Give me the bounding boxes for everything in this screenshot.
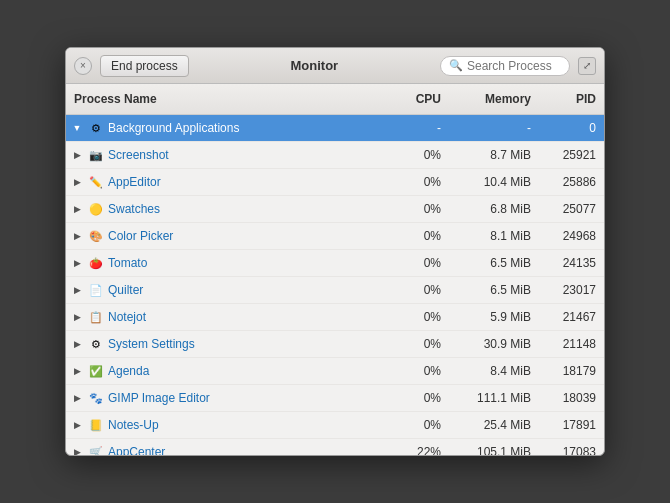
cpu-value: 0% xyxy=(379,197,449,221)
cpu-value: 0% xyxy=(379,278,449,302)
expand-arrow[interactable]: ▶ xyxy=(70,364,84,378)
expand-arrow[interactable]: ▶ xyxy=(70,283,84,297)
expand-arrow[interactable]: ▶ xyxy=(70,202,84,216)
pid-value: 21467 xyxy=(539,305,604,329)
memory-value: 8.1 MiB xyxy=(449,224,539,248)
search-icon: 🔍 xyxy=(449,59,463,72)
table-row[interactable]: ▶🟡Swatches0%6.8 MiB25077 xyxy=(66,196,604,223)
expand-arrow[interactable]: ▶ xyxy=(70,337,84,351)
process-name-label[interactable]: Screenshot xyxy=(108,148,169,162)
expand-arrow[interactable]: ▶ xyxy=(70,256,84,270)
pid-value: 24135 xyxy=(539,251,604,275)
table-row[interactable]: ▶📒Notes-Up0%25.4 MiB17891 xyxy=(66,412,604,439)
process-table: ▼⚙Background Applications--0▶📷Screenshot… xyxy=(66,115,604,455)
process-cell: ▶📄Quilter xyxy=(66,277,379,303)
main-window: × End process Monitor 🔍 ⤢ Process Name C… xyxy=(65,47,605,456)
table-row[interactable]: ▶🎨Color Picker0%8.1 MiB24968 xyxy=(66,223,604,250)
table-header: Process Name CPU Memory PID xyxy=(66,84,604,115)
process-name-label[interactable]: Notes-Up xyxy=(108,418,159,432)
process-name-label[interactable]: Background Applications xyxy=(108,121,239,135)
pid-value: 23017 xyxy=(539,278,604,302)
process-icon: ✏️ xyxy=(88,174,104,190)
process-icon: ⚙ xyxy=(88,120,104,136)
titlebar: × End process Monitor 🔍 ⤢ xyxy=(66,48,604,84)
process-cell: ▶📒Notes-Up xyxy=(66,412,379,438)
process-name-label[interactable]: Tomato xyxy=(108,256,147,270)
table-row[interactable]: ▶🛒AppCenter22%105.1 MiB17083 xyxy=(66,439,604,455)
cpu-value: 0% xyxy=(379,251,449,275)
process-name-label[interactable]: AppEditor xyxy=(108,175,161,189)
close-button[interactable]: × xyxy=(74,57,92,75)
process-name-label[interactable]: Quilter xyxy=(108,283,143,297)
table-row[interactable]: ▶⚙System Settings0%30.9 MiB21148 xyxy=(66,331,604,358)
memory-value: - xyxy=(449,116,539,140)
pid-value: 18039 xyxy=(539,386,604,410)
memory-value: 8.4 MiB xyxy=(449,359,539,383)
table-row[interactable]: ▼⚙Background Applications--0 xyxy=(66,115,604,142)
table-row[interactable]: ▶🐾GIMP Image Editor0%111.1 MiB18039 xyxy=(66,385,604,412)
process-cell: ▼⚙Background Applications xyxy=(66,115,379,141)
expand-arrow[interactable]: ▶ xyxy=(70,229,84,243)
process-icon: 🛒 xyxy=(88,444,104,455)
process-cell: ▶📷Screenshot xyxy=(66,142,379,168)
cpu-value: 0% xyxy=(379,386,449,410)
memory-value: 5.9 MiB xyxy=(449,305,539,329)
expand-arrow[interactable]: ▶ xyxy=(70,148,84,162)
process-name-label[interactable]: System Settings xyxy=(108,337,195,351)
process-name-label[interactable]: Swatches xyxy=(108,202,160,216)
process-icon: ⚙ xyxy=(88,336,104,352)
process-icon: 📷 xyxy=(88,147,104,163)
expand-button[interactable]: ⤢ xyxy=(578,57,596,75)
pid-value: 18179 xyxy=(539,359,604,383)
pid-value: 25921 xyxy=(539,143,604,167)
memory-value: 10.4 MiB xyxy=(449,170,539,194)
process-name-label[interactable]: Notejot xyxy=(108,310,146,324)
pid-value: 0 xyxy=(539,116,604,140)
expand-arrow[interactable]: ▼ xyxy=(70,121,84,135)
pid-value: 17891 xyxy=(539,413,604,437)
expand-arrow[interactable]: ▶ xyxy=(70,310,84,324)
expand-arrow[interactable]: ▶ xyxy=(70,391,84,405)
cpu-value: 0% xyxy=(379,143,449,167)
table-row[interactable]: ▶🍅Tomato0%6.5 MiB24135 xyxy=(66,250,604,277)
expand-arrow[interactable]: ▶ xyxy=(70,175,84,189)
cpu-value: 22% xyxy=(379,440,449,455)
table-row[interactable]: ▶📄Quilter0%6.5 MiB23017 xyxy=(66,277,604,304)
process-name-label[interactable]: Color Picker xyxy=(108,229,173,243)
table-row[interactable]: ▶📷Screenshot0%8.7 MiB25921 xyxy=(66,142,604,169)
cpu-value: 0% xyxy=(379,413,449,437)
memory-value: 111.1 MiB xyxy=(449,386,539,410)
process-cell: ▶✅Agenda xyxy=(66,358,379,384)
search-box[interactable]: 🔍 xyxy=(440,56,570,76)
process-icon: 🍅 xyxy=(88,255,104,271)
table-row[interactable]: ▶📋Notejot0%5.9 MiB21467 xyxy=(66,304,604,331)
pid-value: 24968 xyxy=(539,224,604,248)
cpu-value: 0% xyxy=(379,305,449,329)
header-memory: Memory xyxy=(449,88,539,110)
expand-arrow[interactable]: ▶ xyxy=(70,418,84,432)
expand-arrow[interactable]: ▶ xyxy=(70,445,84,455)
process-cell: ▶⚙System Settings xyxy=(66,331,379,357)
memory-value: 105.1 MiB xyxy=(449,440,539,455)
search-input[interactable] xyxy=(467,59,561,73)
process-cell: ▶🟡Swatches xyxy=(66,196,379,222)
end-process-button[interactable]: End process xyxy=(100,55,189,77)
header-cpu: CPU xyxy=(379,88,449,110)
process-name-label[interactable]: Agenda xyxy=(108,364,149,378)
cpu-value: 0% xyxy=(379,224,449,248)
process-icon: 🎨 xyxy=(88,228,104,244)
cpu-value: 0% xyxy=(379,332,449,356)
table-row[interactable]: ▶✏️AppEditor0%10.4 MiB25886 xyxy=(66,169,604,196)
process-icon: 🟡 xyxy=(88,201,104,217)
process-icon: 📄 xyxy=(88,282,104,298)
table-row[interactable]: ▶✅Agenda0%8.4 MiB18179 xyxy=(66,358,604,385)
process-name-label[interactable]: AppCenter xyxy=(108,445,165,455)
process-cell: ▶🐾GIMP Image Editor xyxy=(66,385,379,411)
process-icon: 📋 xyxy=(88,309,104,325)
memory-value: 6.5 MiB xyxy=(449,278,539,302)
memory-value: 8.7 MiB xyxy=(449,143,539,167)
process-name-label[interactable]: GIMP Image Editor xyxy=(108,391,210,405)
memory-value: 6.8 MiB xyxy=(449,197,539,221)
memory-value: 30.9 MiB xyxy=(449,332,539,356)
pid-value: 25886 xyxy=(539,170,604,194)
